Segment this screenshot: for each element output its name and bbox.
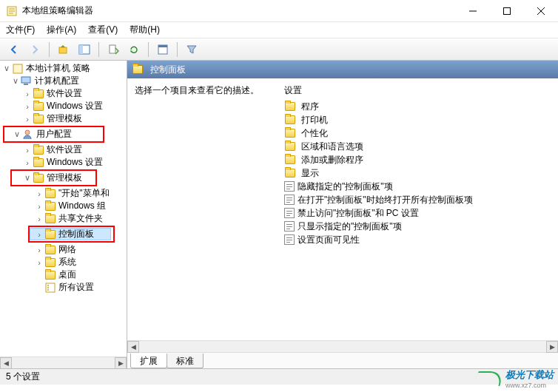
scroll-left-icon[interactable]: ◀	[127, 341, 139, 353]
expand-icon[interactable]: ›	[22, 115, 33, 124]
expand-icon[interactable]: ›	[34, 214, 44, 223]
scroll-right-icon[interactable]: ▶	[546, 341, 558, 353]
list-item[interactable]: 程序	[283, 100, 555, 113]
expand-icon[interactable]: ›	[22, 89, 33, 98]
list-item[interactable]: 添加或删除程序	[283, 153, 555, 166]
tree-control-panel[interactable]: 控制面板	[58, 228, 94, 240]
minimize-button[interactable]	[456, 0, 490, 22]
tree-item[interactable]: 网络	[58, 243, 76, 256]
menu-view[interactable]: 查看(V)	[88, 24, 118, 36]
setting-label: 区域和语言选项	[301, 141, 363, 153]
tree-item[interactable]: 软件设置	[47, 87, 82, 100]
svg-rect-2	[59, 47, 67, 53]
forward-button[interactable]	[25, 41, 44, 58]
close-button[interactable]	[524, 0, 558, 22]
tree-item[interactable]: 系统	[58, 256, 76, 268]
policy-icon	[284, 195, 295, 205]
menu-help[interactable]: 帮助(H)	[130, 24, 160, 36]
folder-icon	[33, 144, 44, 156]
list-item[interactable]: 打印机	[283, 113, 555, 126]
tree-item[interactable]: Windows 组	[58, 200, 106, 212]
list-item[interactable]: 只显示指定的"控制面板"项	[283, 220, 555, 233]
folder-icon	[284, 101, 296, 112]
watermark-name: 极光下载站	[505, 369, 554, 380]
expand-icon[interactable]: ›	[22, 146, 33, 155]
list-item[interactable]: 在打开"控制面板"时始终打开所有控制面板项	[283, 193, 555, 206]
tree-user-config[interactable]: 用户配置	[36, 128, 72, 141]
list-item[interactable]: 个性化	[283, 126, 555, 140]
filter-button[interactable]	[182, 41, 201, 58]
content-tabs: 扩展 标准	[127, 352, 558, 368]
setting-label: 添加或删除程序	[301, 154, 363, 166]
setting-label: 在打开"控制面板"时始终打开所有控制面板项	[298, 194, 473, 206]
toolbar	[0, 38, 558, 61]
scroll-right-icon[interactable]: ▶	[115, 357, 127, 368]
tree-computer-config[interactable]: 计算机配置	[35, 75, 79, 87]
setting-label: 个性化	[301, 127, 328, 140]
svg-point-13	[47, 285, 49, 286]
folder-icon	[44, 244, 56, 256]
properties-button[interactable]	[153, 41, 172, 58]
expand-icon[interactable]: ›	[22, 158, 33, 167]
scroll-left-icon[interactable]: ◀	[0, 357, 12, 368]
tree-horizontal-scrollbar[interactable]: ◀ ▶	[0, 356, 127, 368]
policy-tree[interactable]: ∨ 本地计算机 策略 ∨ 计算机配置 ›软件设置	[0, 61, 127, 356]
folder-icon	[33, 101, 44, 112]
list-item[interactable]: 显示	[283, 166, 555, 180]
expand-icon[interactable]: ›	[34, 202, 44, 211]
show-hide-tree-button[interactable]	[75, 41, 94, 58]
folder-icon	[284, 114, 296, 126]
svg-rect-12	[46, 283, 55, 292]
menu-action[interactable]: 操作(A)	[47, 24, 76, 36]
tree-item[interactable]: 软件设置	[47, 143, 82, 156]
settings-column-header[interactable]: 设置	[283, 84, 555, 97]
watermark-logo-icon	[473, 371, 505, 386]
menu-file[interactable]: 文件(F)	[6, 24, 35, 36]
back-button[interactable]	[4, 41, 24, 58]
tree-item[interactable]: 共享文件夹	[58, 212, 103, 225]
refresh-button[interactable]	[124, 41, 144, 58]
settings-list[interactable]: 程序打印机个性化区域和语言选项添加或删除程序显示隐藏指定的"控制面板"项在打开"…	[283, 100, 555, 340]
content-horizontal-scrollbar[interactable]: ◀ ▶	[127, 340, 558, 352]
list-item[interactable]: 设置页面可见性	[283, 233, 555, 246]
tree-item[interactable]: Windows 设置	[47, 100, 103, 112]
export-button[interactable]	[104, 41, 123, 58]
expand-icon[interactable]: ∨	[1, 64, 12, 73]
up-button[interactable]	[54, 41, 73, 58]
setting-label: 设置页面可见性	[298, 234, 360, 246]
tree-item[interactable]: 管理模板	[47, 112, 82, 125]
tree-item[interactable]: "开始"菜单和	[58, 187, 110, 200]
tab-extended[interactable]: 扩展	[130, 354, 167, 368]
expand-icon[interactable]: ›	[34, 258, 44, 267]
tree-admin-templates[interactable]: 管理模板	[47, 172, 82, 184]
tree-item[interactable]: 所有设置	[58, 281, 94, 294]
folder-icon	[33, 88, 44, 100]
svg-rect-7	[158, 45, 167, 47]
tab-standard[interactable]: 标准	[167, 354, 204, 368]
folder-icon	[33, 157, 44, 169]
expand-icon[interactable]: ›	[34, 246, 44, 254]
expand-icon[interactable]: ∨	[10, 76, 21, 86]
list-item[interactable]: 隐藏指定的"控制面板"项	[283, 180, 555, 193]
expand-icon[interactable]: ›	[34, 189, 44, 198]
list-item[interactable]: 禁止访问"控制面板"和 PC 设置	[283, 206, 555, 220]
folder-icon	[44, 200, 56, 212]
expand-icon[interactable]: ›	[22, 102, 33, 111]
user-icon	[22, 129, 34, 141]
expand-icon[interactable]: ∨	[12, 129, 22, 139]
maximize-button[interactable]	[490, 0, 524, 22]
content-header-title: 控制面板	[150, 64, 186, 76]
svg-rect-9	[21, 77, 30, 83]
window-title: 本地组策略编辑器	[22, 4, 456, 17]
policy-icon	[284, 234, 295, 245]
tree-root[interactable]: 本地计算机 策略	[26, 62, 90, 75]
svg-point-15	[47, 289, 49, 291]
svg-rect-8	[13, 64, 22, 73]
tree-item[interactable]: Windows 设置	[47, 156, 103, 169]
tree-item[interactable]: 桌面	[58, 268, 76, 281]
expand-icon[interactable]: ›	[34, 230, 44, 239]
folder-icon	[44, 213, 56, 225]
expand-icon[interactable]: ∨	[22, 173, 33, 183]
setting-label: 禁止访问"控制面板"和 PC 设置	[298, 207, 419, 220]
list-item[interactable]: 区域和语言选项	[283, 140, 555, 153]
